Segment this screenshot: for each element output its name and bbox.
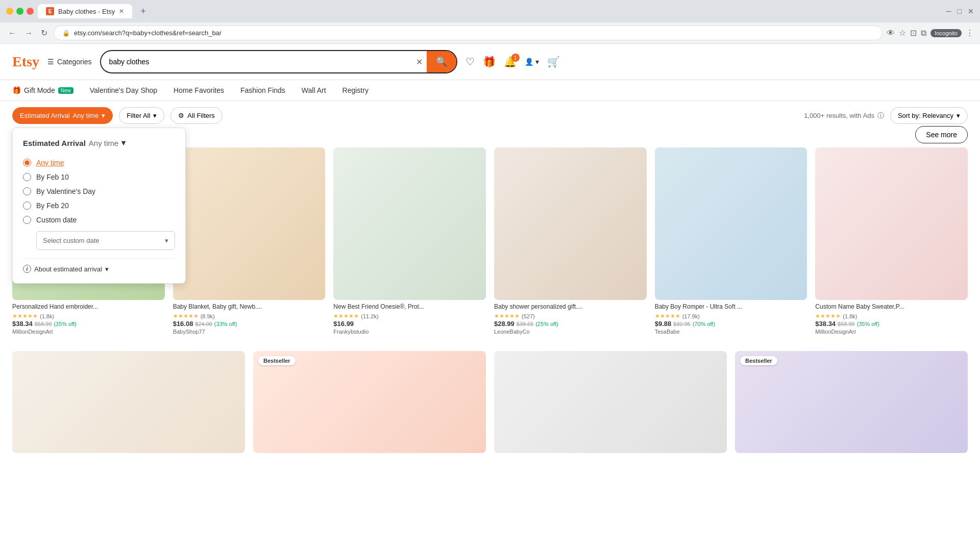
see-more-button[interactable]: See more <box>915 126 968 143</box>
nav-valentines[interactable]: Valentine's Day Shop <box>90 86 157 94</box>
lock-icon: 🔒 <box>62 30 70 37</box>
product-card-4[interactable]: Baby Boy Romper - Ultra Soft ... ★★★★★ (… <box>655 147 807 335</box>
custom-date-select[interactable]: Select custom date ▾ <box>36 231 175 250</box>
window-restore-button[interactable]: □ <box>958 7 962 15</box>
new-tab-button[interactable]: + <box>136 6 150 17</box>
window-controls: − □ × <box>6 8 34 15</box>
search-bar: ✕ 🔍 <box>100 50 457 73</box>
option-any-time-label[interactable]: Any time <box>36 159 64 167</box>
product-card-row2-2[interactable] <box>494 351 727 453</box>
info-icon[interactable]: ⓘ <box>877 111 884 120</box>
option-by-feb-20[interactable]: By Feb 20 <box>23 198 175 213</box>
product-original-5: $58.99 <box>838 321 855 327</box>
etsy-header: Etsy ☰ Categories ✕ 🔍 ♡ 🎁 🔔 1 👤 ▾ 🛒 <box>0 44 980 80</box>
nav-gift-mode[interactable]: 🎁 Gift Mode New <box>12 86 74 94</box>
nav-home-favorites[interactable]: Home Favorites <box>174 86 224 94</box>
product-price-row-3: $28.99 $38.65 (25% off) <box>494 319 647 328</box>
product-card-row2-0[interactable] <box>12 351 245 453</box>
forward-button[interactable]: → <box>22 27 35 40</box>
back-button[interactable]: ← <box>6 27 18 40</box>
radio-by-feb-20[interactable] <box>23 202 31 210</box>
refresh-button[interactable]: ↻ <box>39 26 50 40</box>
radio-any-time[interactable] <box>23 159 31 167</box>
cart-icon[interactable]: 🛒 <box>547 56 560 68</box>
favorites-icon[interactable]: ♡ <box>465 56 475 68</box>
estimated-arrival-filter[interactable]: Estimated Arrival Any time ▾ <box>12 107 113 124</box>
product-card-row2-1[interactable]: Bestseller <box>253 351 486 453</box>
about-arrival-label: About estimated arrival <box>34 265 102 273</box>
navigation-bar: 🎁 Gift Mode New Valentine's Day Shop Hom… <box>0 80 980 101</box>
product-card-5[interactable]: Custom Name Baby Sweater,P... ★★★★★ (1.8… <box>815 147 968 335</box>
option-by-valentines[interactable]: By Valentine's Day <box>23 184 175 198</box>
product-seller-5: MillionDesignArt <box>815 329 968 335</box>
option-custom-date-label: Custom date <box>36 216 77 224</box>
sort-label: Sort by: Relevancy <box>898 112 953 119</box>
search-input[interactable] <box>101 53 412 71</box>
product-image-row2-0 <box>12 351 245 453</box>
product-rating-1: ★★★★★ (8.9k) <box>173 313 326 319</box>
product-card-row2-3[interactable]: Bestseller <box>735 351 968 453</box>
notifications-icon[interactable]: 🔔 1 <box>504 56 517 68</box>
filter-all-button[interactable]: Filter All ▾ <box>119 107 164 124</box>
bookmark-icon[interactable]: ☆ <box>899 28 906 38</box>
radio-by-feb-10[interactable] <box>23 173 31 181</box>
results-count: 1,000+ results, with Ads <box>804 112 874 119</box>
sliders-icon: ⚙ <box>178 112 184 119</box>
about-arrival-chevron: ▾ <box>105 265 109 273</box>
gift-icon[interactable]: 🎁 <box>483 56 496 68</box>
product-original-3: $38.65 <box>517 321 534 327</box>
review-count-4: (17.9k) <box>682 313 700 319</box>
product-image-3 <box>494 147 647 300</box>
product-image-1 <box>173 147 326 300</box>
window-close-button[interactable]: ✕ <box>968 7 974 15</box>
categories-button[interactable]: ☰ Categories <box>47 58 92 66</box>
option-by-feb-20-label: By Feb 20 <box>36 202 69 210</box>
browser-navbar: ← → ↻ 🔒 etsy.com/search?q=baby+clothes&r… <box>0 22 980 43</box>
product-image-2 <box>333 147 486 300</box>
product-card-3[interactable]: Baby shower personalized gift.... ★★★★★ … <box>494 147 647 335</box>
nav-registry[interactable]: Registry <box>342 86 369 94</box>
search-submit-button[interactable]: 🔍 <box>427 51 456 72</box>
close-button[interactable]: × <box>27 8 34 15</box>
product-image-row2-2 <box>494 351 727 453</box>
option-any-time[interactable]: Any time <box>23 156 175 170</box>
product-rating-3: ★★★★★ (527) <box>494 313 647 319</box>
product-discount-0: (35% off) <box>54 321 76 327</box>
user-chevron: ▾ <box>535 58 539 66</box>
radio-by-valentines[interactable] <box>23 187 31 195</box>
bestseller-badge-1: Bestseller <box>258 356 296 365</box>
menu-icon[interactable]: ⋮ <box>966 28 974 38</box>
extensions-icon[interactable]: ⧉ <box>921 29 926 38</box>
product-original-0: $58.99 <box>35 321 52 327</box>
all-filters-button[interactable]: ⚙ All Filters <box>170 107 222 124</box>
custom-date-placeholder: Select custom date <box>43 237 100 244</box>
address-bar[interactable]: 🔒 etsy.com/search?q=baby+clothes&ref=sea… <box>54 26 883 40</box>
browser-tab[interactable]: E Baby clothes - Etsy ✕ <box>38 4 132 18</box>
user-menu[interactable]: 👤 ▾ <box>525 58 539 66</box>
radio-custom-date[interactable] <box>23 216 31 224</box>
product-image-row2-3: Bestseller <box>735 351 968 453</box>
minimize-button[interactable]: − <box>6 8 13 15</box>
tab-close-button[interactable]: ✕ <box>119 8 124 15</box>
nav-wall-art[interactable]: Wall Art <box>302 86 326 94</box>
option-custom-date[interactable]: Custom date <box>23 213 175 227</box>
profile-icon[interactable]: ⊡ <box>910 28 917 38</box>
bestseller-badge-3: Bestseller <box>740 356 777 365</box>
product-original-1: $24.00 <box>195 321 212 327</box>
about-arrival[interactable]: i About estimated arrival ▾ <box>23 258 175 273</box>
nav-registry-label: Registry <box>342 86 369 94</box>
filter-all-label: Filter All <box>127 112 150 119</box>
product-card-2[interactable]: New Best Friend Onesie®, Prot... ★★★★★ (… <box>333 147 486 335</box>
maximize-button[interactable]: □ <box>16 8 23 15</box>
filter-all-chevron: ▾ <box>153 112 157 119</box>
sort-button[interactable]: Sort by: Relevancy ▾ <box>890 107 968 124</box>
product-card-1[interactable]: Baby Blanket, Baby gift, Newb.... ★★★★★ … <box>173 147 326 335</box>
search-clear-button[interactable]: ✕ <box>412 57 427 67</box>
header-icons: ♡ 🎁 🔔 1 👤 ▾ 🛒 <box>465 56 560 68</box>
option-by-feb-10[interactable]: By Feb 10 <box>23 170 175 184</box>
window-min-button[interactable]: ─ <box>946 7 951 15</box>
nav-fashion-finds-label: Fashion Finds <box>240 86 285 94</box>
nav-fashion-finds[interactable]: Fashion Finds <box>240 86 285 94</box>
etsy-logo[interactable]: Etsy <box>12 54 39 70</box>
browser-titlebar: − □ × E Baby clothes - Etsy ✕ + ─ □ ✕ <box>0 0 980 22</box>
